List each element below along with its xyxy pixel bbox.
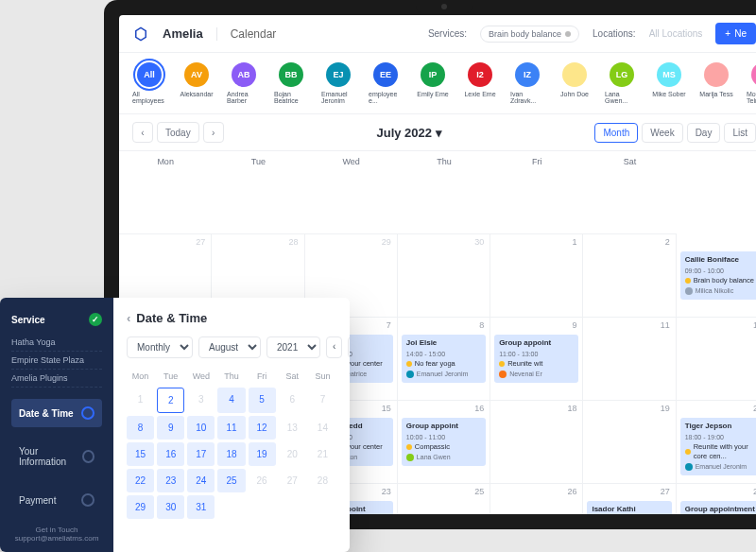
recurrence-select[interactable]: Monthly: [127, 336, 193, 358]
mini-day[interactable]: 30: [157, 495, 184, 519]
event-card[interactable]: Group appoint10:00 - 11:00CompassicLana …: [402, 418, 486, 466]
mini-day[interactable]: 9: [157, 416, 184, 440]
prev-button[interactable]: ‹: [132, 122, 153, 143]
calendar-cell[interactable]: 4Callie Boniface09:00 - 10:00Brain body …: [677, 234, 756, 318]
emp-name: Bojan Beatrice: [274, 91, 308, 104]
month-select[interactable]: August: [198, 336, 261, 358]
calendar-cell[interactable]: 11: [583, 318, 676, 401]
employee-chip[interactable]: AllAll employees: [132, 62, 166, 104]
avatar: AV: [184, 62, 209, 87]
calendar-cell[interactable]: 18: [490, 401, 583, 484]
day-number: 16: [474, 404, 484, 413]
mini-day[interactable]: 31: [187, 495, 215, 519]
mini-day[interactable]: 23: [157, 469, 184, 492]
employee-chip[interactable]: ABAndrea Barber: [227, 62, 261, 104]
day-number: 23: [382, 487, 391, 496]
view-day[interactable]: Day: [687, 123, 721, 143]
employee-chip[interactable]: EJEmanuel Jeronim: [321, 62, 355, 104]
event-card[interactable]: Tiger Jepson18:00 - 19:00Reunite with yo…: [680, 418, 756, 475]
event-card[interactable]: Group appointment17:00 - 18:00Reunite wi…: [680, 501, 756, 514]
service-item[interactable]: Empire State Plaza: [11, 352, 102, 370]
picker-prev[interactable]: ‹: [326, 336, 342, 358]
employee-chip[interactable]: IPEmily Eme: [416, 62, 450, 104]
step-date-time[interactable]: Date & Time: [11, 399, 102, 427]
step-ring-icon: [81, 406, 94, 420]
employee-chip[interactable]: AVAleksandar: [180, 62, 214, 104]
employee-chip[interactable]: LGLana Gwen...: [605, 62, 639, 104]
employee-chip[interactable]: EEemployee e...: [369, 62, 403, 104]
view-month[interactable]: Month: [594, 123, 638, 143]
calendar-cell[interactable]: 27Isador Kathi17:00 - 19:00Yoga for gut …: [583, 484, 676, 514]
next-button[interactable]: ›: [203, 122, 224, 143]
mini-day[interactable]: 2: [157, 388, 184, 413]
calendar-cell[interactable]: 28Group appointment17:00 - 18:00Reunite …: [677, 484, 756, 514]
service-filter-tag[interactable]: Brain body balance: [480, 26, 579, 43]
mini-day[interactable]: 19: [249, 442, 276, 466]
calendar-cell[interactable]: 9Group appoint11:00 - 13:00Reunite witNe…: [490, 318, 583, 401]
employee-chip[interactable]: IZIvan Zdravk...: [510, 62, 544, 104]
step-payment[interactable]: Payment: [11, 486, 102, 514]
service-item[interactable]: Amelia Plugins: [11, 370, 102, 388]
calendar-cell[interactable]: 30: [398, 234, 490, 318]
calendar-cell[interactable]: 19: [583, 401, 676, 484]
employee-chip[interactable]: BBBojan Beatrice: [274, 62, 308, 104]
emp-name: Ivan Zdravk...: [510, 91, 544, 104]
day-number: 26: [567, 487, 576, 496]
locations-select[interactable]: All Locations: [649, 28, 703, 39]
view-list[interactable]: List: [724, 123, 756, 143]
day-number: 29: [382, 237, 391, 247]
mini-day[interactable]: 17: [187, 442, 215, 466]
mini-day[interactable]: 25: [217, 469, 245, 492]
event-card[interactable]: Group appoint11:00 - 13:00Reunite witNev…: [494, 335, 578, 383]
step-your-information[interactable]: Your Information: [11, 439, 102, 474]
mini-day: 26: [249, 469, 276, 492]
service-item[interactable]: Hatha Yoga: [11, 334, 102, 352]
mini-calendar: MonTueWedThuFriSatSun1234567891011121314…: [127, 368, 336, 519]
services-label: Services:: [428, 28, 467, 39]
calendar-cell[interactable]: 16Group appoint10:00 - 11:00CompassicLan…: [398, 401, 490, 484]
calendar-cell[interactable]: 20Tiger Jepson18:00 - 19:00Reunite with …: [677, 401, 756, 484]
event-card[interactable]: Joi Elsie14:00 - 15:00No fear yogaEmanue…: [402, 335, 486, 383]
mini-day[interactable]: 22: [127, 469, 154, 492]
year-select[interactable]: 2021: [266, 336, 320, 358]
today-button[interactable]: Today: [157, 122, 199, 143]
mini-day: 13: [279, 416, 306, 440]
calendar-cell[interactable]: 2: [583, 234, 676, 318]
mini-day[interactable]: 10: [187, 416, 215, 440]
mini-day[interactable]: 29: [127, 495, 154, 519]
mini-day[interactable]: 8: [127, 416, 154, 440]
view-week[interactable]: Week: [642, 123, 682, 143]
employee-chip[interactable]: John Doe: [558, 62, 592, 104]
event-card[interactable]: Callie Boniface09:00 - 10:00Brain body b…: [680, 251, 756, 300]
mini-day[interactable]: 4: [217, 388, 245, 413]
calendar-cell[interactable]: 12: [677, 318, 756, 401]
day-header: Fri: [490, 151, 583, 234]
mini-day: 20: [279, 442, 306, 466]
mini-day[interactable]: 15: [127, 442, 154, 466]
mini-day[interactable]: 11: [217, 416, 245, 440]
emp-name: Marija Tess: [699, 91, 732, 97]
mini-day[interactable]: 18: [217, 442, 245, 466]
avatar: AB: [232, 62, 256, 87]
mini-day[interactable]: 24: [187, 469, 215, 492]
calendar-cell[interactable]: 1: [490, 234, 583, 318]
add-button[interactable]: +Ne: [715, 23, 756, 44]
employee-chip[interactable]: MSMike Sober: [652, 62, 686, 104]
mini-day[interactable]: 16: [157, 442, 184, 466]
day-number: 8: [479, 320, 484, 330]
calendar-cell[interactable]: 8Joi Elsie14:00 - 15:00No fear yogaEmanu…: [398, 318, 490, 401]
day-number: 25: [474, 487, 484, 496]
calendar-cell[interactable]: 25: [398, 484, 490, 514]
employee-chip[interactable]: I2Lexie Eme: [463, 62, 497, 104]
emp-name: John Doe: [560, 91, 589, 97]
mini-day[interactable]: 5: [249, 388, 276, 413]
mini-day[interactable]: 12: [249, 416, 276, 440]
employee-chip[interactable]: Marija Tess: [699, 62, 733, 104]
calendar-cell[interactable]: 26: [490, 484, 583, 514]
employee-chip[interactable]: MTMoys Telroy: [747, 62, 756, 104]
avatar: MT: [751, 62, 756, 87]
mini-day: 7: [309, 388, 336, 413]
event-card[interactable]: Isador Kathi17:00 - 19:00Yoga for gut he…: [587, 501, 671, 514]
step-ring-icon: [81, 493, 94, 507]
picker-next[interactable]: ›: [348, 336, 350, 358]
